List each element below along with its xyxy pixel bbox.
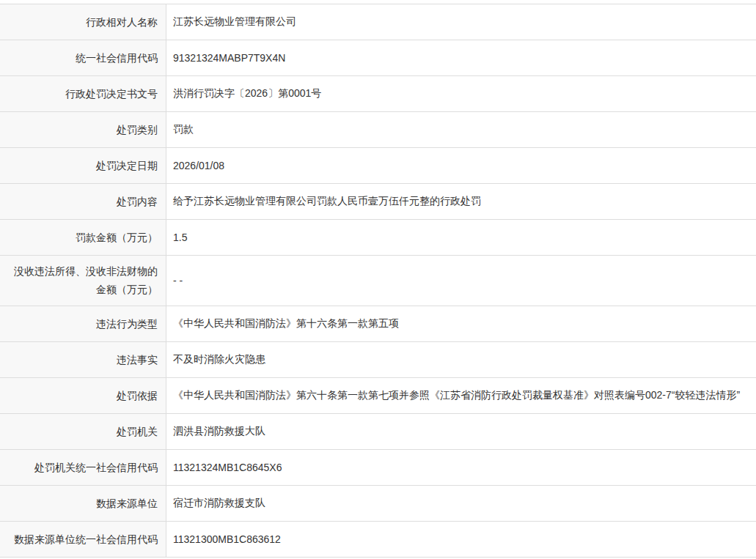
field-label: 违法行为类型 [0,306,166,341]
field-label: 处罚机关统一社会信用代码 [0,450,166,485]
field-value: 洪消行罚决字〔2026〕第0001号 [166,76,756,111]
penalty-record-page: 行政相对人名称 江苏长远物业管理有限公司 统一社会信用代码 91321324MA… [0,0,756,559]
field-label: 处罚决定日期 [0,148,166,183]
field-label: 统一社会信用代码 [0,40,166,75]
field-value: 给予江苏长远物业管理有限公司罚款人民币壹万伍仟元整的行政处罚 [166,184,756,219]
field-value: 泗洪县消防救援大队 [166,414,756,449]
field-value: 江苏长远物业管理有限公司 [166,4,756,40]
row-violation-fact: 违法事实 不及时消除火灾隐患 [0,342,756,378]
row-credit-code: 统一社会信用代码 91321324MABP7T9X4N [0,40,756,76]
field-label: 处罚类别 [0,112,166,147]
row-data-source-credit-code: 数据来源单位统一社会信用代码 11321300MB1C863612 [0,522,756,558]
row-penalty-basis: 处罚依据 《中华人民共和国消防法》第六十条第一款第七项并参照《江苏省消防行政处罚… [0,378,756,414]
field-label: 处罚依据 [0,378,166,413]
field-value: - - [166,256,756,306]
field-label: 数据来源单位统一社会信用代码 [0,522,166,557]
field-value: 罚款 [166,112,756,147]
field-value: 11321324MB1C8645X6 [166,450,756,485]
row-decision-date: 处罚决定日期 2026/01/08 [0,148,756,184]
field-label: 没收违法所得、没收非法财物的金额（万元） [0,256,166,306]
row-penalty-category: 处罚类别 罚款 [0,112,756,148]
field-value: 1.5 [166,220,756,255]
field-value: 91321324MABP7T9X4N [166,40,756,75]
field-label: 行政相对人名称 [0,4,166,40]
field-value: 《中华人民共和国消防法》第十六条第一款第五项 [166,306,756,341]
field-value: 宿迁市消防救援支队 [166,486,756,521]
field-label: 罚款金额（万元） [0,220,166,255]
row-authority-credit-code: 处罚机关统一社会信用代码 11321324MB1C8645X6 [0,450,756,486]
row-penalty-content: 处罚内容 给予江苏长远物业管理有限公司罚款人民币壹万伍仟元整的行政处罚 [0,184,756,220]
row-violation-type: 违法行为类型 《中华人民共和国消防法》第十六条第一款第五项 [0,306,756,342]
field-value: 11321300MB1C863612 [166,522,756,557]
field-value: 不及时消除火灾隐患 [166,342,756,377]
field-value: 2026/01/08 [166,148,756,183]
field-label: 违法事实 [0,342,166,377]
row-penalty-authority: 处罚机关 泗洪县消防救援大队 [0,414,756,450]
field-value: 《中华人民共和国消防法》第六十条第一款第七项并参照《江苏省消防行政处罚裁量权基准… [166,378,756,413]
field-label: 处罚机关 [0,414,166,449]
row-fine-amount: 罚款金额（万元） 1.5 [0,220,756,256]
field-label: 数据来源单位 [0,486,166,521]
row-decision-doc-number: 行政处罚决定书文号 洪消行罚决字〔2026〕第0001号 [0,76,756,112]
penalty-detail-table: 行政相对人名称 江苏长远物业管理有限公司 统一社会信用代码 91321324MA… [0,4,756,558]
row-data-source-unit: 数据来源单位 宿迁市消防救援支队 [0,486,756,522]
field-label: 处罚内容 [0,184,166,219]
row-confiscation-amount: 没收违法所得、没收非法财物的金额（万元） - - [0,256,756,306]
row-party-name: 行政相对人名称 江苏长远物业管理有限公司 [0,4,756,40]
field-label: 行政处罚决定书文号 [0,76,166,111]
